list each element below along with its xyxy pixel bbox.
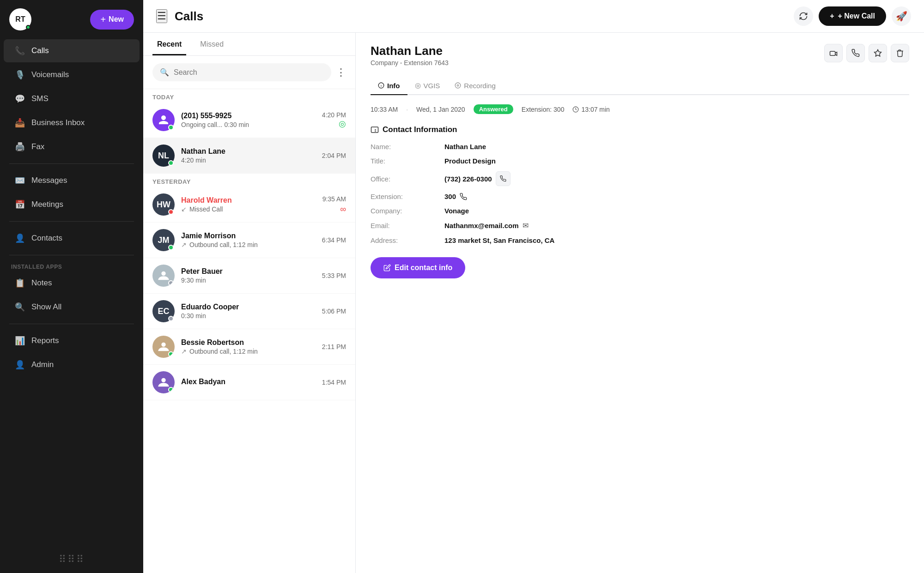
call-item[interactable]: EC Eduardo Cooper 0:30 min 5:06 PM xyxy=(143,294,355,329)
phone-icon xyxy=(500,175,506,182)
call-meta: 10:33 AM · Wed, 1 Jan 2020 Answered Exte… xyxy=(371,104,909,114)
call-sub: ↙ Missed Call xyxy=(181,205,316,213)
notes-icon: 📋 xyxy=(15,278,25,288)
call-name: Alex Badyan xyxy=(181,378,316,386)
call-info: Jamie Morrison ↗ Outbound call, 1:12 min xyxy=(181,232,316,248)
topbar-left: ☰ Calls xyxy=(156,9,203,24)
vgis-icon: ◎ xyxy=(415,81,421,90)
call-time: 10:33 AM xyxy=(371,106,398,113)
company-label: Company: xyxy=(371,207,435,215)
meta-dot: · xyxy=(406,106,408,113)
name-label: Name: xyxy=(371,143,435,151)
topbar-right: + + New Call 🚀 xyxy=(794,6,911,26)
status-badge: Answered xyxy=(474,104,513,114)
tab-vgis[interactable]: ◎ VGIS xyxy=(407,76,448,95)
video-icon xyxy=(829,49,838,57)
sidebar-item-admin[interactable]: 👤 Admin xyxy=(4,353,140,376)
rocket-button[interactable]: 🚀 xyxy=(892,6,911,26)
contact-field-office: Office: (732) 226-0300 xyxy=(371,171,909,186)
sidebar-item-reports[interactable]: 📊 Reports xyxy=(4,329,140,352)
call-right: 4:20 PM ◎ xyxy=(322,111,346,129)
sync-button[interactable] xyxy=(794,6,813,26)
call-avatar: NL xyxy=(152,145,175,167)
outbound-arrow-icon: ↗ xyxy=(181,241,187,248)
sms-icon: 💬 xyxy=(15,94,25,104)
new-call-button[interactable]: + + New Call xyxy=(819,6,886,26)
call-right: 5:33 PM xyxy=(322,272,346,279)
contact-detail-header: Nathan Lane Company - Extension 7643 xyxy=(371,44,909,66)
call-item[interactable]: Alex Badyan 1:54 PM xyxy=(143,365,355,400)
sidebar-item-voicemails[interactable]: 🎙️ Voicemails xyxy=(4,63,140,86)
star-icon xyxy=(874,49,882,57)
tab-missed[interactable]: Missed xyxy=(195,33,228,55)
meetings-icon: 📅 xyxy=(15,199,25,210)
search-input[interactable] xyxy=(174,68,324,77)
call-sub: Ongoing call... 0:30 min xyxy=(181,121,316,128)
call-info: Peter Bauer 9:30 min xyxy=(181,267,316,284)
call-office-button[interactable] xyxy=(496,171,511,186)
contact-info-section: Contact Information Name: Nathan Lane Ti… xyxy=(371,125,909,278)
call-item[interactable]: HW Harold Warren ↙ Missed Call 9:35 AM ∞ xyxy=(143,187,355,223)
sidebar-header: RT + calls New xyxy=(0,0,143,39)
edit-contact-button[interactable]: Edit contact info xyxy=(371,257,465,278)
call-right: 5:06 PM xyxy=(322,308,346,315)
sidebar-divider-1 xyxy=(9,163,134,164)
video-call-button[interactable] xyxy=(824,44,843,62)
recording-icon xyxy=(455,82,461,89)
admin-icon: 👤 xyxy=(15,360,25,370)
call-info: Bessie Robertson ↗ Outbound call, 1:12 m… xyxy=(181,338,316,355)
search-row: 🔍 ⋮ xyxy=(143,56,355,89)
email-label: Email: xyxy=(371,222,435,229)
call-item[interactable]: Bessie Robertson ↗ Outbound call, 1:12 m… xyxy=(143,329,355,365)
star-button[interactable] xyxy=(869,44,887,62)
company-value: Vonage xyxy=(444,207,909,215)
sidebar-item-contacts[interactable]: 👤 Contacts xyxy=(4,227,140,250)
tab-recording[interactable]: Recording xyxy=(447,76,503,95)
sidebar-item-business-inbox[interactable]: 📥 Business Inbox xyxy=(4,111,140,134)
more-options-button[interactable]: ⋮ xyxy=(336,66,346,78)
address-value: 123 market St, San Francisco, CA xyxy=(444,236,909,244)
call-info: Harold Warren ↙ Missed Call xyxy=(181,196,316,213)
delete-button[interactable] xyxy=(891,44,909,62)
sidebar-item-show-all[interactable]: 🔍 Show All xyxy=(4,296,140,319)
tab-info[interactable]: Info xyxy=(371,76,407,95)
sidebar-item-meetings[interactable]: 📅 Meetings xyxy=(4,193,140,216)
call-sub: ↗ Outbound call, 1:12 min xyxy=(181,348,316,355)
sidebar-item-sms[interactable]: 💬 SMS xyxy=(4,87,140,110)
call-name: Bessie Robertson xyxy=(181,338,316,347)
hamburger-button[interactable]: ☰ xyxy=(156,9,167,23)
call-item[interactable]: NL Nathan Lane 4:20 min 2:04 PM xyxy=(143,138,355,174)
call-sub: 4:20 min xyxy=(181,157,316,164)
call-tabs: Recent Missed xyxy=(143,33,355,56)
inbox-icon: 📥 xyxy=(15,118,25,128)
call-item[interactable]: Peter Bauer 9:30 min 5:33 PM xyxy=(143,258,355,294)
contact-field-name: Name: Nathan Lane xyxy=(371,143,909,151)
sidebar-item-messages[interactable]: ✉️ Messages xyxy=(4,169,140,192)
call-right: 9:35 AM ∞ xyxy=(322,195,346,214)
status-dot xyxy=(168,351,174,357)
detail-actions xyxy=(824,44,909,62)
rocket-icon: 🚀 xyxy=(896,11,907,22)
page-title: Calls xyxy=(175,9,203,24)
call-name: Peter Bauer xyxy=(181,267,316,276)
contact-name: Nathan Lane xyxy=(371,44,449,58)
call-info: Alex Badyan xyxy=(181,378,316,387)
svg-point-1 xyxy=(161,343,165,347)
call-info: (201) 555-9925 Ongoing call... 0:30 min xyxy=(181,112,316,128)
status-dot xyxy=(168,209,174,215)
call-name: Eduardo Cooper xyxy=(181,303,316,311)
contact-title-block: Nathan Lane Company - Extension 7643 xyxy=(371,44,449,66)
call-avatar: HW xyxy=(152,193,175,216)
tab-recent[interactable]: Recent xyxy=(152,33,186,55)
call-sub: ↗ Outbound call, 1:12 min xyxy=(181,241,316,248)
extension-value-block: 300 xyxy=(444,193,909,200)
call-button[interactable] xyxy=(846,44,865,62)
sidebar-item-fax[interactable]: 🖨️ Fax xyxy=(4,135,140,158)
contact-field-title: Title: Product Design xyxy=(371,157,909,165)
call-item[interactable]: JM Jamie Morrison ↗ Outbound call, 1:12 … xyxy=(143,223,355,258)
sidebar-item-calls[interactable]: 📞 Calls xyxy=(4,39,140,62)
new-button[interactable]: + calls New xyxy=(90,10,134,30)
contacts-icon: 👤 xyxy=(15,233,25,243)
sidebar-item-notes[interactable]: 📋 Notes xyxy=(4,271,140,295)
call-item[interactable]: (201) 555-9925 Ongoing call... 0:30 min … xyxy=(143,103,355,138)
